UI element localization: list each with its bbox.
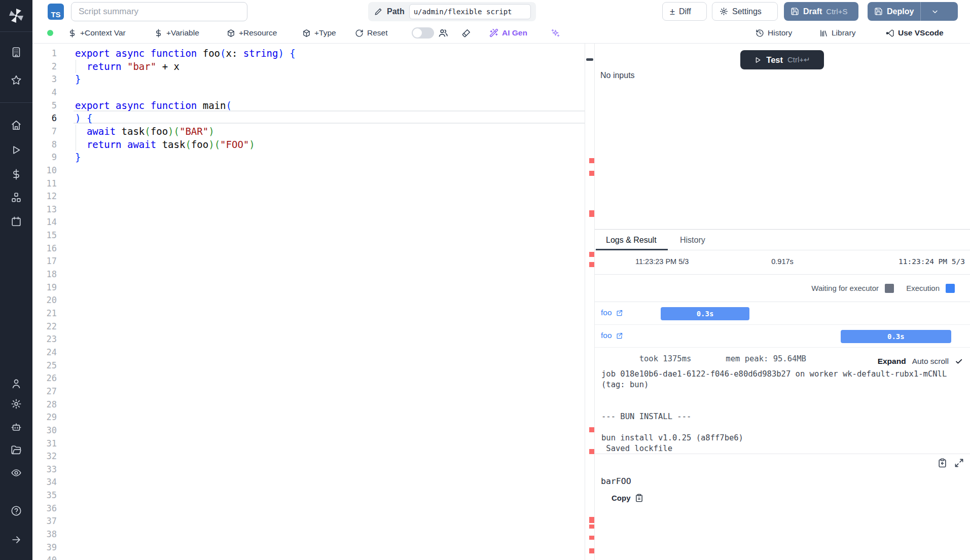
line-number: 16 xyxy=(32,242,57,255)
line-number: 2 xyxy=(32,60,57,73)
legend-swatch xyxy=(885,284,894,293)
sidebar-item-users[interactable] xyxy=(11,378,22,389)
sidebar-item-audit-logs[interactable] xyxy=(11,467,22,478)
add-context-var-button[interactable]: +Context Var xyxy=(68,26,126,40)
autoscroll-label: Auto scroll xyxy=(912,357,949,366)
reset-button[interactable]: Reset xyxy=(355,26,388,40)
add-variable-button[interactable]: +Variable xyxy=(154,26,199,40)
settings-button[interactable]: Settings xyxy=(712,2,778,21)
copy-to-clipboard-icon[interactable] xyxy=(938,458,947,468)
line-number: 30 xyxy=(32,424,57,437)
ruler-marker xyxy=(589,171,594,176)
history-button[interactable]: History xyxy=(756,26,792,40)
sidebar-item-runs[interactable] xyxy=(11,144,22,156)
play-icon xyxy=(754,56,762,64)
code-line: export async function foo(x: string) { xyxy=(75,47,296,60)
line-number: 39 xyxy=(32,541,57,554)
ruler-marker xyxy=(589,427,594,432)
path-group: Path xyxy=(368,2,536,21)
vscode-icon xyxy=(886,29,894,38)
autoscroll-checkbox[interactable] xyxy=(955,357,963,365)
ruler-marker xyxy=(589,517,594,523)
ruler-marker xyxy=(589,210,594,217)
windmill-script-editor: TS Path ± Diff Settings Draft Ctrl+S Dep… xyxy=(0,0,970,560)
timeline-task-row: foo 0.3s xyxy=(595,302,970,325)
line-number: 28 xyxy=(32,398,57,411)
expand-result-icon[interactable] xyxy=(954,458,964,468)
code-line: ) { xyxy=(75,111,92,125)
diff-icon: ± xyxy=(670,7,675,16)
add-resource-button[interactable]: +Resource xyxy=(227,26,277,40)
library-button[interactable]: Library xyxy=(819,26,855,40)
draft-button[interactable]: Draft Ctrl+S xyxy=(784,2,858,21)
path-label: Path xyxy=(387,7,405,16)
task-job-link[interactable]: foo xyxy=(601,308,623,317)
diff-mode-toggle[interactable] xyxy=(412,27,434,39)
expand-button[interactable]: Expand xyxy=(878,357,906,366)
code-line: return "bar" + x xyxy=(75,60,179,73)
legend-swatch xyxy=(946,284,955,293)
line-number: 26 xyxy=(32,371,57,385)
test-button[interactable]: Test Ctrl+↵ xyxy=(740,50,824,69)
sidebar-item-workspace[interactable] xyxy=(11,47,22,58)
sparkles-icon[interactable] xyxy=(551,26,560,40)
ai-gen-button[interactable]: AI Gen xyxy=(489,26,527,40)
line-number: 11 xyxy=(32,177,57,190)
overview-ruler xyxy=(585,44,595,560)
line-number: 5 xyxy=(32,99,57,112)
reset-icon xyxy=(355,29,364,38)
package-icon xyxy=(227,29,235,38)
line-number: 32 xyxy=(32,450,57,463)
line-number: 20 xyxy=(32,293,57,307)
line-number: 40 xyxy=(32,553,57,560)
log-mem-peak: mem peak: 95.64MB xyxy=(726,354,806,363)
sidebar-item-home[interactable] xyxy=(11,120,22,131)
sidebar-item-variables[interactable] xyxy=(11,169,22,180)
line-number: 34 xyxy=(32,475,57,489)
ruler-marker xyxy=(589,525,594,529)
multiplayer-icon[interactable] xyxy=(438,26,448,40)
add-type-button[interactable]: +Type xyxy=(302,26,336,40)
line-number: 37 xyxy=(32,514,57,528)
log-controls: Expand Auto scroll xyxy=(874,355,967,367)
result-section: barFOO Copy xyxy=(595,454,970,560)
ruler-marker xyxy=(589,449,594,454)
sidebar-item-favorites[interactable] xyxy=(11,74,22,86)
gear-icon xyxy=(720,7,728,16)
script-summary-input[interactable] xyxy=(71,2,247,21)
status-dot xyxy=(47,30,53,36)
sidebar-expand-icon[interactable] xyxy=(11,534,22,545)
use-vscode-button[interactable]: Use VScode xyxy=(886,26,944,40)
current-line-highlight xyxy=(74,110,585,124)
sidebar-item-folders[interactable] xyxy=(11,444,22,456)
sidebar-item-settings[interactable] xyxy=(11,398,22,409)
diff-button[interactable]: ± Diff xyxy=(662,2,707,21)
timeline-rows: foo 0.3sfoo 0.3s xyxy=(595,302,970,348)
library-icon xyxy=(819,29,828,38)
legend-label: Waiting for executor xyxy=(811,284,879,292)
tab-history[interactable]: History xyxy=(680,230,705,250)
copy-result-button[interactable]: Copy xyxy=(612,494,643,502)
line-number: 6 xyxy=(32,111,57,125)
format-brush-icon[interactable] xyxy=(461,26,471,40)
deploy-dropdown-button[interactable] xyxy=(925,2,945,21)
deploy-button[interactable]: Deploy xyxy=(868,2,958,21)
typescript-language-icon: TS xyxy=(48,4,64,20)
line-number: 21 xyxy=(32,307,57,320)
task-job-link[interactable]: foo xyxy=(601,331,623,340)
panel-splitter-handle[interactable] xyxy=(586,58,593,61)
result-value: barFOO xyxy=(601,476,631,486)
package-icon xyxy=(302,29,311,38)
ruler-marker xyxy=(589,158,594,163)
code-editor[interactable]: 1234567891011121314151617181920212223242… xyxy=(32,44,585,560)
sidebar-item-workers[interactable] xyxy=(11,422,22,433)
windmill-logo-icon[interactable] xyxy=(8,8,24,24)
sidebar-item-schedules[interactable] xyxy=(11,216,22,227)
task-duration-bar: 0.3s xyxy=(661,307,749,320)
sidebar-divider xyxy=(0,31,32,32)
tab-logs-result[interactable]: Logs & Result xyxy=(606,230,657,250)
sidebar-item-resources[interactable] xyxy=(11,192,22,203)
path-input[interactable] xyxy=(409,4,531,19)
sidebar-item-help[interactable] xyxy=(11,505,22,516)
line-number: 36 xyxy=(32,502,57,515)
